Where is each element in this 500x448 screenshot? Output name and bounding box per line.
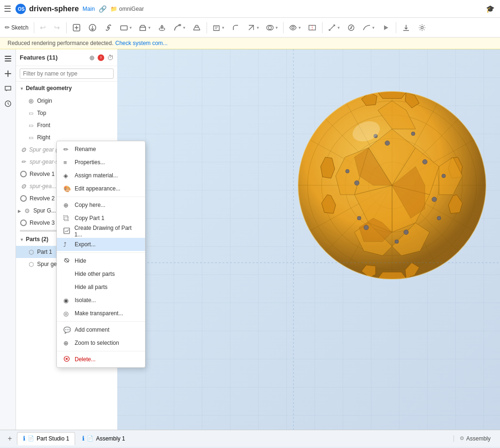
cm-hide-other-parts[interactable]: Hide other parts [57,267,145,281]
loft-button[interactable] [189,20,204,35]
cm-divider-2 [57,252,145,253]
shell-button[interactable]: ▾ [209,20,227,35]
cm-add-comment[interactable]: 💬 Add comment [57,323,145,336]
cm-copy-part1[interactable]: ⿻ Copy Part 1 [57,212,145,225]
history-rail-button[interactable] [1,97,15,110]
boolean-button[interactable]: ▾ [263,20,281,35]
spur-icon [23,207,31,214]
cm-hide[interactable]: Hide [57,254,145,267]
link-button[interactable] [101,20,116,35]
front-plane-item[interactable]: Front [16,119,117,131]
part-studio-tab-doc-icon: 📄 [28,435,34,441]
create-drawing-icon [63,228,70,235]
top-plane-item[interactable]: Top [16,107,117,119]
part1-icon [27,248,35,256]
revolve2-icon [20,195,27,202]
workspace-label: 📁 omniGear [110,6,144,12]
svg-rect-19 [64,228,69,234]
settings-button[interactable] [415,20,430,35]
assembly-section-icon: ⚙ [460,435,464,441]
origin-icon: ◎ [27,97,35,105]
revolve1-icon [20,170,27,178]
transform-rail-button[interactable] [1,67,15,80]
toolbar-divider-3 [207,22,207,33]
bottom-tabs: + ℹ 📄 Part Studio 1 ℹ 📄 Assembly 1 ⚙ Ass… [0,430,500,447]
svg-rect-15 [5,56,11,57]
measure-button[interactable]: ▾ [325,20,343,35]
toolbar-divider-2 [66,22,67,33]
notif-text: Reduced rendering performance detected. [8,40,113,46]
viewport[interactable] [117,49,500,430]
render-button[interactable] [378,20,393,35]
branch-label[interactable]: Main [83,6,95,12]
revolve3-icon [20,219,27,227]
clock-icon[interactable] [107,54,114,61]
svg-point-14 [421,26,423,29]
origin-item[interactable]: ◎ Origin [16,95,117,107]
part-studio-tab[interactable]: ℹ 📄 Part Studio 1 [17,432,75,445]
extrude-button[interactable]: ▾ [136,20,154,35]
cm-create-drawing[interactable]: Create Drawing of Part 1... [57,225,145,238]
toolbar-divider-5 [322,22,323,33]
undo-redo-group: ↩ ↪ [37,21,64,34]
assembly-tab[interactable]: ℹ 📄 Assembly 1 [76,432,131,445]
revolve-button[interactable] [154,20,169,35]
redo-button[interactable]: ↪ [51,21,64,34]
transparent-icon: ◎ [63,310,71,317]
chamfer-button[interactable]: ▾ [244,20,262,35]
notif-link[interactable]: Check system com... [115,40,167,46]
default-geometry-header[interactable]: Default geometry [16,82,117,95]
part-studio-tab-label: Part Studio 1 [37,435,69,442]
gear2-icon [20,182,27,190]
toolbar-divider-1 [34,22,34,33]
filter-input[interactable] [20,68,114,79]
curvature-button[interactable]: ▾ [360,20,377,35]
download-button[interactable] [399,20,414,35]
sweep-button[interactable]: ▾ [170,20,188,35]
app-name: driven-sphere [29,5,79,13]
new-studio-button[interactable] [69,20,84,35]
cm-make-transparent[interactable]: ◎ Make transparent... [57,307,145,320]
cm-rename[interactable]: ✏ Rename [57,143,145,156]
comments-rail-button[interactable] [1,82,15,95]
top-plane-icon [27,109,35,117]
onshape-logo-icon: OS [15,3,26,15]
hamburger-icon[interactable]: ☰ [4,4,11,14]
fillet-button[interactable] [228,20,243,35]
assign-material-icon: ◈ [63,172,71,179]
section-view-button[interactable] [305,20,320,35]
mass-properties-button[interactable] [344,20,359,35]
left-rail [0,49,16,430]
gear-7-icon [20,146,27,153]
features-rail-button[interactable] [1,52,15,65]
cm-zoom-to-selection[interactable]: ⊕ Zoom to selection [57,336,145,349]
view-button[interactable]: ▾ [286,20,304,35]
cm-export[interactable]: ⤴ Export... [57,238,145,251]
import-button[interactable] [85,20,100,35]
panel-add-icon[interactable]: ⊕ [89,54,95,61]
cm-properties[interactable]: ≡ Properties... [57,156,145,169]
rename-icon: ✏ [63,146,71,153]
cm-divider-4 [57,351,145,351]
cm-edit-appearance[interactable]: 🎨 Edit appearance... [57,182,145,195]
sketch-button[interactable]: ✏ Sketch [2,20,31,35]
toolbar: ✏ Sketch ↩ ↪ ▾ ▾ ▾ ▾ ▾ [0,18,500,38]
main-layout: Features (11) ⊕ ! Default geometry ◎ Ori… [0,49,500,430]
cm-copy-here[interactable]: ⊕ Copy here... [57,198,145,212]
cap-icon[interactable]: 🎓 [484,3,496,15]
undo-button[interactable]: ↩ [37,21,50,34]
add-tab-button[interactable]: + [4,433,16,445]
cm-isolate[interactable]: ◉ Isolate... [57,294,145,307]
default-geometry-caret [20,85,24,91]
offset-button[interactable]: ▾ [117,20,135,35]
assembly-tab-icon: ℹ [82,435,85,442]
svg-point-10 [292,26,294,29]
parts-label: Parts (2) [26,236,48,243]
copy-part1-icon: ⿻ [63,215,71,222]
cm-hide-all-parts[interactable]: Hide all parts [57,281,145,294]
cm-delete[interactable]: Delete... [57,353,145,366]
cm-assign-material[interactable]: ◈ Assign material... [57,169,145,182]
svg-point-59 [423,159,427,164]
svg-marker-35 [378,87,406,99]
panel-header: Features (11) ⊕ ! [16,49,117,66]
